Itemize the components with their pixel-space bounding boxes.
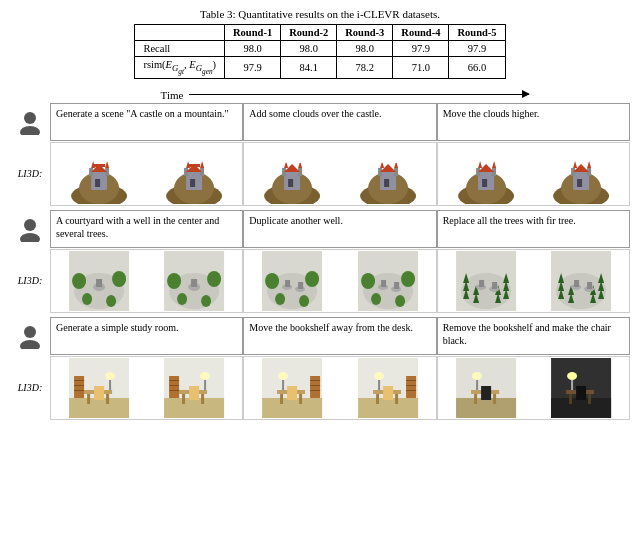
prompt-cells-castle: Generate a scene "A castle on a mountain…: [50, 103, 630, 141]
rsim-r4: 71.0: [393, 57, 449, 79]
svg-rect-208: [576, 394, 586, 400]
svg-rect-107: [394, 282, 399, 289]
svg-rect-97: [298, 282, 303, 289]
svg-rect-139: [587, 282, 592, 289]
study-svg-3b: [534, 358, 628, 418]
page-container: Table 3: Quantitative results on the i-C…: [0, 0, 640, 432]
label-cell-courtyard: LI3D:: [10, 249, 50, 313]
svg-rect-159: [201, 394, 204, 404]
arrow-line: [189, 94, 529, 95]
svg-point-202: [472, 372, 482, 380]
user-avatar-castle: [17, 109, 43, 135]
svg-point-101: [401, 271, 415, 287]
scene-img-castle-3b: [534, 144, 628, 204]
svg-rect-189: [406, 390, 416, 391]
svg-rect-172: [299, 394, 302, 404]
time-arrow: Time: [161, 89, 530, 101]
recall-r4: 97.9: [393, 41, 449, 57]
svg-point-70: [24, 219, 36, 231]
image-pair-courtyard-3: [437, 249, 630, 313]
rsim-r3: 78.2: [337, 57, 393, 79]
image-pair-castle-2: [243, 142, 436, 206]
castle-svg-1a: [52, 144, 146, 204]
table-section: Table 3: Quantitative results on the i-C…: [10, 8, 630, 79]
svg-rect-137: [574, 280, 579, 287]
svg-marker-52: [478, 161, 482, 168]
svg-rect-158: [182, 394, 185, 404]
image-pair-courtyard-1: [50, 249, 243, 313]
avatar-cell-study: [10, 317, 50, 355]
svg-point-32: [276, 153, 292, 163]
svg-point-180: [278, 372, 288, 380]
rsim-r1: 97.9: [225, 57, 281, 79]
svg-rect-121: [479, 280, 484, 287]
recall-r1: 98.0: [225, 41, 281, 57]
image-pair-study-1: [50, 356, 243, 420]
scene-img-courtyard-1b: [147, 251, 241, 311]
main-content: Time Generate a scene "A castle on a mou…: [10, 89, 630, 424]
svg-point-74: [72, 273, 86, 289]
prompt-cell-castle-1: Generate a scene "A castle on a mountain…: [50, 103, 243, 141]
svg-rect-37: [384, 179, 389, 187]
svg-rect-165: [189, 386, 199, 394]
image-pair-study-3: [437, 356, 630, 420]
svg-rect-191: [383, 386, 393, 394]
svg-rect-195: [456, 398, 516, 418]
svg-marker-65: [587, 161, 591, 168]
svg-rect-143: [69, 398, 129, 418]
svg-rect-87: [191, 279, 197, 287]
user-avatar-courtyard: [17, 216, 43, 242]
svg-rect-148: [74, 380, 84, 381]
images-cells-courtyard: [50, 249, 630, 313]
recall-r5: 97.9: [449, 41, 505, 57]
svg-rect-146: [106, 394, 109, 404]
svg-rect-190: [383, 394, 393, 400]
images-cells-castle: [50, 142, 630, 206]
recall-r2: 98.0: [281, 41, 337, 57]
svg-rect-187: [406, 380, 416, 381]
prompt-row-courtyard: A courtyard with a well in the center an…: [10, 210, 630, 248]
svg-point-154: [105, 372, 115, 380]
svg-point-68: [565, 147, 581, 155]
forest-svg-2b: [341, 251, 435, 311]
svg-rect-197: [474, 394, 477, 404]
svg-rect-150: [74, 390, 84, 391]
svg-rect-149: [74, 385, 84, 386]
scene-img-courtyard-2a: [245, 251, 339, 311]
user-avatar-study: [17, 323, 43, 349]
rsim-r2: 84.1: [281, 57, 337, 79]
metric-recall: Recall: [135, 41, 225, 57]
time-row: Time: [10, 89, 630, 101]
svg-rect-174: [310, 380, 320, 381]
image-row-courtyard: LI3D:: [10, 249, 630, 313]
label-cell-castle: LI3D:: [10, 142, 50, 206]
scene-img-castle-2b: [341, 144, 435, 204]
svg-rect-160: [169, 376, 179, 398]
svg-rect-204: [551, 398, 611, 418]
forest-svg-2a: [245, 251, 339, 311]
col-header-r3: Round-3: [337, 25, 393, 41]
svg-point-84: [177, 293, 187, 305]
prompt-cell-castle-3: Move the clouds higher.: [437, 103, 630, 141]
svg-rect-206: [569, 394, 572, 404]
svg-rect-79: [96, 279, 102, 287]
scene-img-castle-3a: [439, 144, 533, 204]
prompt-cells-courtyard: A courtyard with a well in the center an…: [50, 210, 630, 248]
castle-svg-3b: [534, 144, 628, 204]
svg-rect-147: [74, 376, 84, 398]
svg-point-71: [20, 233, 40, 242]
castle-svg-2a: [245, 144, 339, 204]
svg-rect-5: [95, 179, 100, 187]
prompt-row-study: Generate a simple study room. Move the b…: [10, 317, 630, 355]
svg-point-91: [305, 271, 319, 287]
image-row-study: LI3D:: [10, 356, 630, 420]
castle-svg-2b: [341, 144, 435, 204]
svg-rect-200: [481, 386, 491, 394]
svg-rect-15: [190, 179, 195, 187]
svg-rect-177: [287, 394, 297, 400]
prompt-cell-study-1: Generate a simple study room.: [50, 317, 243, 355]
svg-point-140: [24, 326, 36, 338]
forest-svg-1b: [147, 251, 241, 311]
svg-rect-198: [493, 394, 496, 404]
svg-rect-209: [576, 386, 586, 394]
